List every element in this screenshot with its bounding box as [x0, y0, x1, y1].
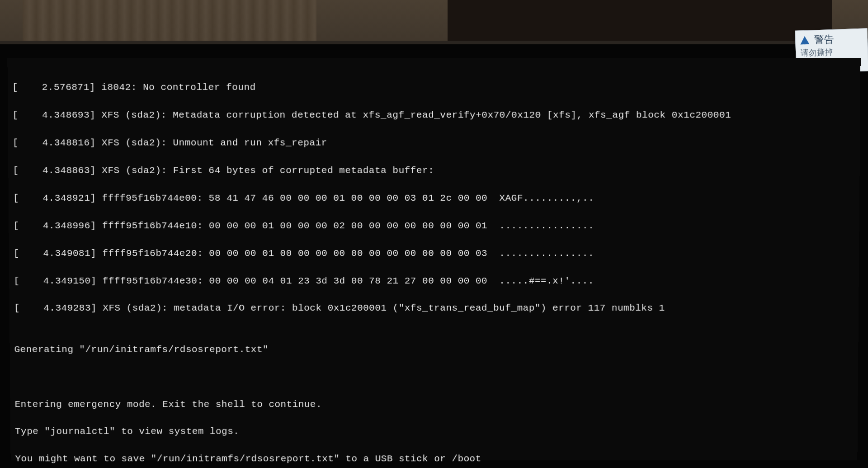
warning-triangle-icon: [800, 36, 810, 45]
sticker-title: 警告: [814, 33, 834, 47]
kernel-log-line: [ 4.349150] ffff95f16b744e30: 00 00 00 0…: [14, 274, 854, 288]
kernel-log-line: [ 4.348921] ffff95f16b744e00: 58 41 47 4…: [13, 192, 855, 206]
kernel-log-line: [ 4.348816] XFS (sda2): Unmount and run …: [13, 137, 855, 151]
kernel-log-line: [ 4.348863] XFS (sda2): First 64 bytes o…: [13, 164, 855, 178]
save-report-line: You might want to save "/run/initramfs/r…: [15, 453, 853, 466]
emergency-mode-line: Entering emergency mode. Exit the shell …: [14, 398, 853, 411]
sticker-text-line1: 请勿撕掉: [801, 46, 863, 59]
terminal-screen[interactable]: [ 2.576871] i8042: No controller found […: [7, 58, 860, 460]
generating-report-line: Generating "/run/initramfs/rdsosreport.t…: [14, 343, 854, 356]
journalctl-hint-line: Type "journalctl" to view system logs.: [15, 425, 853, 439]
kernel-log-line: [ 4.349283] XFS (sda2): metadata I/O err…: [14, 302, 854, 315]
kernel-log-line: [ 4.348996] ffff95f16b744e10: 00 00 00 0…: [13, 219, 854, 233]
kernel-log-line: [ 4.349081] ffff95f16b744e20: 00 00 00 0…: [14, 247, 854, 260]
kernel-log-line: [ 2.576871] i8042: No controller found: [12, 81, 856, 95]
kernel-log-line: [ 4.348693] XFS (sda2): Metadata corrupt…: [12, 109, 855, 123]
